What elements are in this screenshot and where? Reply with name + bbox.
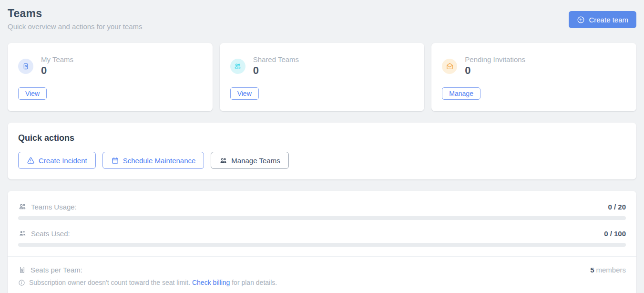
people-icon (219, 157, 227, 165)
quick-actions-panel: Quick actions Create Incident Schedule M… (8, 123, 636, 179)
contact-badge-icon (18, 59, 33, 74)
teams-usage-row: Teams Usage: 0 / 20 (18, 202, 626, 211)
page-title: Teams (8, 7, 143, 20)
usage-divider (8, 256, 636, 257)
create-incident-label: Create Incident (39, 157, 87, 165)
open-envelope-icon (442, 59, 457, 74)
circled-plus-icon (577, 16, 585, 24)
note-text-before: Subscription owner doesn't count toward … (29, 279, 190, 286)
stat-label: My Teams (41, 55, 73, 63)
create-team-button[interactable]: Create team (569, 11, 636, 28)
manage-teams-button[interactable]: Manage Teams (211, 152, 288, 169)
page-subtitle: Quick overview and actions for your team… (8, 22, 143, 31)
quick-actions-title: Quick actions (18, 133, 626, 143)
seats-per-team-row: Seats per Team: 5members (18, 266, 626, 274)
page-header-text: Teams Quick overview and actions for you… (8, 7, 143, 31)
teams-usage-progress-bar (18, 216, 626, 220)
seats-used-progress-bar (18, 243, 626, 247)
seats-used-value: 0 / 100 (604, 230, 626, 238)
warning-triangle-icon (27, 157, 35, 165)
check-billing-link[interactable]: Check billing (192, 279, 230, 286)
shared-teams-card: Shared Teams 0 View (220, 43, 425, 111)
manage-teams-label: Manage Teams (231, 157, 280, 165)
seats-per-team-value: 5members (590, 266, 626, 274)
stat-cards-row: My Teams 0 View Shared Teams 0 View (8, 43, 636, 111)
seats-used-label: Seats Used: (31, 230, 70, 238)
my-teams-view-button[interactable]: View (18, 87, 47, 100)
seat-limit-note: Subscription owner doesn't count toward … (18, 279, 626, 286)
info-circle-icon (18, 279, 25, 286)
teams-usage-label: Teams Usage: (31, 203, 77, 211)
note-text-after: for plan details. (232, 279, 277, 286)
schedule-maintenance-button[interactable]: Schedule Maintenance (102, 152, 204, 169)
people-outline-icon (18, 202, 27, 211)
stat-label: Shared Teams (253, 55, 299, 63)
create-incident-button[interactable]: Create Incident (18, 152, 96, 169)
teams-usage-value: 0 / 20 (608, 203, 626, 211)
people-icon (230, 59, 245, 74)
stat-label: Pending Invitations (465, 55, 525, 63)
stat-value: 0 (465, 64, 525, 77)
contact-badge-icon (18, 266, 26, 274)
usage-panel: Teams Usage: 0 / 20 Seats Used: 0 / 100 (8, 191, 636, 293)
stat-value: 0 (253, 64, 299, 77)
people-filled-icon (18, 229, 27, 238)
page-header: Teams Quick overview and actions for you… (8, 7, 636, 31)
schedule-maintenance-label: Schedule Maintenance (123, 157, 196, 165)
seats-per-team-label: Seats per Team: (31, 266, 82, 274)
calendar-icon (111, 157, 119, 165)
seats-used-row: Seats Used: 0 / 100 (18, 229, 626, 238)
shared-teams-view-button[interactable]: View (230, 87, 259, 100)
my-teams-card: My Teams 0 View (8, 43, 213, 111)
create-team-label: Create team (589, 16, 628, 24)
pending-invitations-manage-button[interactable]: Manage (442, 87, 480, 100)
pending-invitations-card: Pending Invitations 0 Manage (431, 43, 636, 111)
stat-value: 0 (41, 64, 73, 77)
